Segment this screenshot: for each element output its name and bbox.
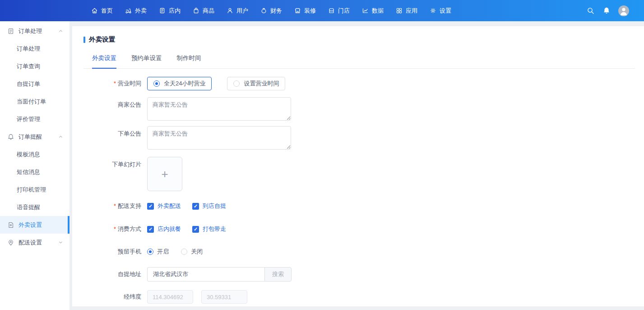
chevron-up-icon: [58, 134, 63, 139]
avatar[interactable]: [618, 5, 629, 16]
home-icon: [91, 7, 98, 14]
sidebar-item-label: 外卖设置: [19, 221, 42, 229]
sidebar-item-sms-message[interactable]: 短信消息: [0, 163, 69, 181]
latitude-input: [201, 290, 247, 304]
nav-item-label: 设置: [440, 7, 451, 15]
tab-make-time[interactable]: 制作时间: [177, 54, 201, 68]
field-label-business-hours: *营业时间: [83, 80, 147, 88]
sidebar-section-label: 订单提醒: [19, 133, 42, 141]
order-notice-textarea[interactable]: 商家暂无公告: [147, 126, 291, 150]
goods-icon: [193, 7, 199, 14]
field-label-text: 预留手机: [118, 248, 141, 255]
checkbox-label: 外卖配送: [158, 202, 181, 210]
form-row-order-slides: 下单幻灯片 +: [83, 157, 635, 191]
field-label-text: 经纬度: [124, 293, 141, 300]
field-label-text: 消费方式: [118, 225, 141, 232]
nav-item-home[interactable]: 首页: [91, 7, 113, 15]
check-icon: ✓: [194, 204, 198, 209]
nav-item-goods[interactable]: 商品: [193, 7, 214, 15]
field-label-text: 营业时间: [118, 80, 141, 87]
takeout-icon: [125, 7, 132, 14]
radio-phone-on[interactable]: 开启: [147, 248, 169, 256]
field-label-dine-mode: *消费方式: [83, 225, 147, 233]
sidebar-section-label: 配送设置: [19, 239, 42, 247]
radio-checked-icon: [153, 80, 160, 87]
required-asterisk: *: [114, 202, 116, 209]
required-asterisk: *: [114, 80, 116, 87]
checkbox-takeaway[interactable]: ✓ 打包带走: [192, 225, 226, 233]
upload-slide-button[interactable]: +: [147, 157, 182, 191]
checkbox-checked-icon: ✓: [147, 226, 154, 233]
sidebar-item-pickup-orders[interactable]: 自提订单: [0, 75, 69, 93]
pickup-address-input[interactable]: [147, 267, 264, 282]
nav-item-users[interactable]: 用户: [227, 7, 248, 15]
sidebar-item-label: 打印机管理: [17, 186, 46, 194]
radio-option-label: 开启: [157, 248, 169, 256]
sidebar-item-label: 订单查询: [17, 62, 40, 70]
sidebar-section-order-reminder[interactable]: 订单提醒: [0, 128, 69, 146]
bell-outline-icon: [7, 133, 14, 141]
sidebar-item-review-management[interactable]: 评价管理: [0, 110, 69, 128]
nav-item-data[interactable]: 数据: [362, 7, 384, 15]
tab-reservation-settings[interactable]: 预约单设置: [131, 54, 162, 68]
search-icon[interactable]: [587, 7, 595, 15]
sidebar-item-label: 当面付订单: [17, 98, 46, 106]
radio-option-label: 设置营业时间: [244, 80, 279, 88]
sidebar-item-label: 模板消息: [17, 150, 40, 159]
checkbox-dine-in[interactable]: ✓ 店内就餐: [147, 225, 181, 233]
nav-right-tools: [587, 0, 629, 21]
sidebar-item-f2f-pay-orders[interactable]: 当面付订单: [0, 93, 69, 110]
nav-item-apps[interactable]: 应用: [396, 7, 417, 15]
check-icon: ✓: [148, 204, 153, 209]
sidebar-item-label: 评价管理: [17, 115, 40, 123]
nav-item-label: 商品: [203, 7, 214, 15]
sidebar-item-label: 自提订单: [17, 80, 40, 88]
form-row-reserved-phone: 预留手机 开启 关闭: [83, 248, 635, 256]
store-icon: [328, 7, 335, 14]
form-row-pickup-address: 自提地址 搜索: [83, 267, 635, 282]
decoration-icon: [294, 7, 301, 14]
sidebar-item-voice-reminder[interactable]: 语音提醒: [0, 198, 69, 216]
radio-option-24h-open[interactable]: 全天24小时营业: [147, 77, 212, 90]
field-label-text: 自提地址: [118, 271, 141, 277]
sidebar-item-takeout-settings[interactable]: 外卖设置: [0, 216, 69, 234]
nav-item-instore[interactable]: 店内: [159, 7, 181, 15]
nav-item-label: 门店: [338, 7, 350, 15]
merchant-notice-textarea[interactable]: 商家暂无公告: [147, 97, 291, 121]
address-search-button[interactable]: 搜索: [264, 267, 292, 282]
tab-takeout-settings[interactable]: 外卖设置: [92, 54, 116, 68]
title-marker: [83, 37, 85, 43]
radio-option-set-hours[interactable]: 设置营业时间: [227, 77, 285, 90]
checkbox-label: 到店自提: [203, 202, 226, 210]
nav-item-finance[interactable]: 财务: [260, 7, 282, 15]
chevron-up-icon: [58, 28, 63, 33]
nav-item-settings[interactable]: 设置: [430, 7, 451, 15]
form-row-order-notice: 下单公告 商家暂无公告: [83, 126, 635, 150]
form-row-lnglat: 经纬度: [83, 290, 635, 304]
field-label-merchant-notice: 商家公告: [83, 97, 147, 109]
nav-item-label: 财务: [270, 7, 282, 15]
radio-checked-icon: [147, 249, 153, 255]
nav-item-label: 应用: [406, 7, 417, 15]
nav-item-takeout[interactable]: 外卖: [125, 7, 147, 15]
nav-item-label: 店内: [169, 7, 181, 15]
bell-icon[interactable]: [602, 7, 611, 15]
checkbox-takeout-delivery[interactable]: ✓ 外卖配送: [147, 202, 181, 210]
sidebar-item-printer-management[interactable]: 打印机管理: [0, 181, 69, 198]
sidebar-section-order-processing[interactable]: 订单处理: [0, 22, 69, 40]
form-row-delivery-support: *配送支持 ✓ 外卖配送 ✓ 到店自提: [83, 202, 635, 210]
chevron-down-icon: [58, 240, 63, 245]
checkbox-store-pickup[interactable]: ✓ 到店自提: [192, 202, 226, 210]
sidebar-item-order-query[interactable]: 订单查询: [0, 57, 69, 75]
sidebar-item-template-message[interactable]: 模板消息: [0, 146, 69, 163]
sidebar-item-order-processing[interactable]: 订单处理: [0, 40, 69, 57]
finance-icon: [260, 7, 267, 14]
gear-icon: [430, 7, 436, 14]
sidebar-section-delivery-settings[interactable]: 配送设置: [0, 234, 69, 251]
nav-item-decoration[interactable]: 装修: [294, 7, 316, 15]
field-label-delivery-support: *配送支持: [83, 202, 147, 210]
nav-item-store[interactable]: 门店: [328, 7, 350, 15]
radio-phone-off[interactable]: 关闭: [181, 248, 203, 256]
field-label-lnglat: 经纬度: [83, 293, 147, 301]
sidebar-section-label: 订单处理: [19, 27, 42, 35]
